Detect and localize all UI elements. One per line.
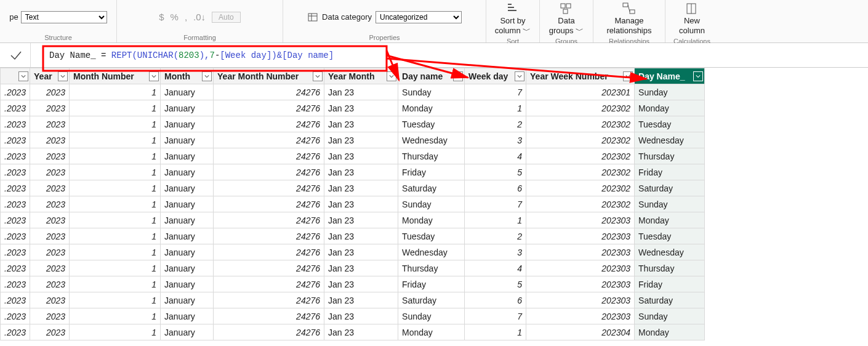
table-cell[interactable]: .2023 (1, 180, 30, 196)
table-row[interactable]: .202320231January24276Jan 23Sunday720230… (1, 84, 705, 100)
table-cell[interactable]: 202303 (526, 260, 635, 276)
table-cell[interactable]: Tuesday (635, 228, 705, 244)
table-cell[interactable]: Monday (398, 212, 465, 228)
table-cell[interactable]: Monday (635, 324, 705, 340)
table-cell[interactable]: January (161, 292, 214, 308)
table-cell[interactable]: 2023 (30, 84, 70, 100)
table-cell[interactable]: 1 (70, 116, 161, 132)
table-cell[interactable]: Thursday (635, 148, 705, 164)
table-cell[interactable]: 24276 (214, 84, 324, 100)
table-cell[interactable]: Tuesday (398, 116, 465, 132)
table-cell[interactable]: Jan 23 (324, 148, 398, 164)
table-cell[interactable]: 1 (70, 324, 161, 340)
table-cell[interactable]: 1 (70, 100, 161, 116)
table-cell[interactable]: .2023 (1, 212, 30, 228)
sort-by-column-button[interactable]: Sort bycolumn ﹀ (491, 1, 534, 36)
table-cell[interactable]: 2023 (30, 276, 70, 292)
table-cell[interactable]: 202302 (526, 132, 635, 148)
table-cell[interactable]: Sunday (635, 196, 705, 212)
table-cell[interactable]: 1 (70, 148, 161, 164)
table-cell[interactable]: 2023 (30, 292, 70, 308)
table-row[interactable]: .202320231January24276Jan 23Sunday720230… (1, 196, 705, 212)
table-cell[interactable]: .2023 (1, 84, 30, 100)
table-cell[interactable]: 1 (70, 180, 161, 196)
column-header[interactable] (1, 68, 30, 84)
data-groups-button[interactable]: Datagroups ﹀ (545, 1, 588, 36)
table-cell[interactable]: 202302 (526, 196, 635, 212)
table-cell[interactable]: 24276 (214, 292, 324, 308)
table-cell[interactable]: 202303 (526, 308, 635, 324)
table-cell[interactable]: .2023 (1, 132, 30, 148)
filter-dropdown-button[interactable] (623, 71, 633, 81)
table-cell[interactable]: 5 (465, 164, 526, 180)
table-cell[interactable]: Sunday (635, 84, 705, 100)
table-cell[interactable]: January (161, 324, 214, 340)
table-cell[interactable]: 7 (465, 196, 526, 212)
column-header[interactable]: Week day (465, 68, 526, 84)
table-cell[interactable]: January (161, 276, 214, 292)
table-cell[interactable]: 2023 (30, 196, 70, 212)
filter-dropdown-button[interactable] (313, 71, 323, 81)
filter-dropdown-button[interactable] (18, 71, 28, 81)
table-row[interactable]: .202320231January24276Jan 23Tuesday22023… (1, 228, 705, 244)
table-cell[interactable]: .2023 (1, 148, 30, 164)
table-cell[interactable]: 2023 (30, 116, 70, 132)
table-cell[interactable]: Jan 23 (324, 276, 398, 292)
table-cell[interactable]: Saturday (398, 292, 465, 308)
table-cell[interactable]: .2023 (1, 276, 30, 292)
table-cell[interactable]: 1 (70, 212, 161, 228)
table-row[interactable]: .202320231January24276Jan 23Monday120230… (1, 212, 705, 228)
table-cell[interactable]: .2023 (1, 164, 30, 180)
table-cell[interactable]: January (161, 212, 214, 228)
table-cell[interactable]: 5 (465, 276, 526, 292)
table-cell[interactable]: January (161, 84, 214, 100)
table-row[interactable]: .202320231January24276Jan 23Saturday6202… (1, 180, 705, 196)
table-cell[interactable]: .2023 (1, 244, 30, 260)
percent-icon[interactable]: % (171, 12, 179, 22)
table-cell[interactable]: Sunday (398, 308, 465, 324)
column-header[interactable]: Year Week Number (526, 68, 635, 84)
table-cell[interactable]: Friday (398, 164, 465, 180)
table-cell[interactable]: 2023 (30, 148, 70, 164)
decimals-icon[interactable]: .0↓ (193, 12, 206, 22)
commit-formula-button[interactable] (1, 43, 31, 67)
table-cell[interactable]: 202303 (526, 244, 635, 260)
table-cell[interactable]: 2023 (30, 308, 70, 324)
column-header[interactable]: Year (30, 68, 70, 84)
table-cell[interactable]: 202303 (526, 276, 635, 292)
table-cell[interactable]: 7 (465, 84, 526, 100)
table-cell[interactable]: .2023 (1, 308, 30, 324)
table-cell[interactable]: Thursday (398, 148, 465, 164)
table-row[interactable]: .202320231January24276Jan 23Wednesday320… (1, 132, 705, 148)
table-cell[interactable]: 24276 (214, 228, 324, 244)
table-cell[interactable]: Jan 23 (324, 244, 398, 260)
table-cell[interactable]: 2023 (30, 228, 70, 244)
table-cell[interactable]: 1 (70, 244, 161, 260)
table-cell[interactable]: January (161, 132, 214, 148)
data-type-select[interactable]: Text (21, 11, 107, 23)
formula-text[interactable]: Day Name_ = REPT(UNICHAR(8203),7-[Week d… (31, 50, 334, 60)
table-cell[interactable]: .2023 (1, 196, 30, 212)
table-cell[interactable]: January (161, 116, 214, 132)
table-cell[interactable]: Jan 23 (324, 228, 398, 244)
table-cell[interactable]: Sunday (398, 196, 465, 212)
table-cell[interactable]: 24276 (214, 196, 324, 212)
new-column-button[interactable]: Newcolumn (670, 1, 713, 36)
table-cell[interactable]: 1 (70, 228, 161, 244)
filter-dropdown-button[interactable] (58, 71, 68, 81)
table-cell[interactable]: Jan 23 (324, 164, 398, 180)
column-header[interactable]: Day name (398, 68, 465, 84)
table-cell[interactable]: 202303 (526, 212, 635, 228)
table-cell[interactable]: 202304 (526, 324, 635, 340)
table-row[interactable]: .202320231January24276Jan 23Wednesday320… (1, 244, 705, 260)
table-cell[interactable]: January (161, 244, 214, 260)
table-cell[interactable]: 24276 (214, 116, 324, 132)
table-cell[interactable]: 2023 (30, 164, 70, 180)
table-row[interactable]: .202320231January24276Jan 23Friday520230… (1, 164, 705, 180)
manage-relationships-button[interactable]: Managerelationships (598, 1, 660, 36)
table-cell[interactable]: 4 (465, 148, 526, 164)
table-cell[interactable]: 3 (465, 132, 526, 148)
table-cell[interactable]: 24276 (214, 276, 324, 292)
currency-icon[interactable]: $ (159, 12, 164, 22)
table-cell[interactable]: Wednesday (635, 244, 705, 260)
